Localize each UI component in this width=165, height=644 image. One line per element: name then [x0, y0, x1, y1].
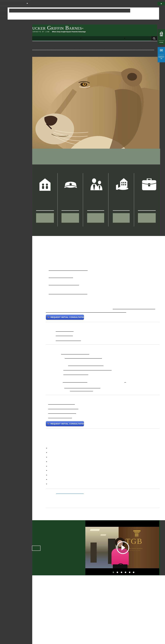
text-link[interactable] — [49, 278, 73, 278]
section-divider — [46, 322, 159, 322]
family-law-icon — [40, 178, 51, 191]
list-bullet — [46, 475, 47, 476]
text-link[interactable] — [49, 270, 88, 271]
star-icon: ★ — [160, 2, 162, 5]
dotted-separator — [33, 50, 154, 50]
text-link[interactable] — [63, 382, 87, 382]
cta-topline — [36, 210, 54, 211]
text-link[interactable] — [68, 366, 103, 366]
carousel-dot[interactable] — [129, 572, 130, 573]
text-link[interactable] — [48, 418, 72, 418]
carousel-dot[interactable] — [117, 572, 118, 573]
section-divider — [46, 395, 159, 395]
text-link[interactable] — [49, 285, 79, 285]
play-button[interactable] — [116, 541, 129, 554]
video-wall-caption: Tucker Griffin Barnes — [126, 548, 152, 549]
criminal-law-icon — [64, 180, 77, 190]
practice-areas-section — [32, 164, 160, 236]
carousel-dot[interactable] — [121, 572, 122, 573]
text-link[interactable] — [56, 341, 81, 341]
video-wall-subcaption: Attorneys at Law — [128, 550, 154, 551]
main-nav: ▼ ▼ — [32, 36, 157, 41]
chevron-down-icon: ▼ — [124, 38, 125, 39]
video-wall-logo: TGB — [125, 537, 151, 546]
practice-cta-button[interactable] — [36, 213, 54, 223]
text-link[interactable] — [48, 404, 75, 404]
text-link[interactable] — [48, 409, 78, 409]
text-link[interactable] — [70, 391, 93, 391]
list-bullet — [46, 470, 47, 471]
nav-search-button[interactable] — [151, 36, 157, 41]
section-divider — [46, 428, 159, 429]
arrow-swirl-icon: ↪ — [47, 422, 50, 425]
video-prev-button[interactable] — [32, 546, 41, 551]
carousel-dot[interactable] — [125, 572, 126, 573]
tgb-pillar-icon — [133, 530, 140, 532]
text-link[interactable] — [61, 354, 89, 354]
text-link[interactable] — [64, 388, 100, 388]
article-section — [32, 236, 165, 520]
nav-item-dropdown[interactable]: ▼ — [115, 36, 135, 41]
logo-subtitle: ATTORNEYS AT LAW — [32, 31, 50, 32]
text-link[interactable] — [63, 375, 88, 375]
text-link[interactable] — [65, 358, 102, 358]
video-player[interactable]: TGB Tucker Griffin Barnes Attorneys at L… — [85, 520, 159, 575]
drawer-item[interactable]: ▶ — [0, 1, 30, 6]
carousel-dot[interactable] — [133, 572, 134, 573]
tgb-pillar-icon — [134, 532, 139, 533]
text-link[interactable] — [63, 370, 111, 370]
list-bullet — [46, 448, 47, 448]
practice-cta-button[interactable] — [62, 213, 79, 223]
section-divider — [46, 508, 159, 508]
text-link[interactable] — [113, 309, 155, 309]
floating-star-badge[interactable]: ★ — [157, 2, 165, 6]
text-link[interactable] — [124, 382, 126, 382]
home-icon — [159, 31, 163, 37]
text-link-blue[interactable] — [56, 494, 84, 494]
cta-topline — [138, 210, 156, 211]
floating-home-button[interactable]: HOME — [158, 29, 165, 45]
nav-item-dropdown[interactable]: ▼ — [71, 36, 92, 41]
site-header: Tucker Griffin BarnesPC ATTORNEYS AT LAW… — [32, 24, 157, 36]
text-link[interactable] — [49, 294, 87, 294]
button-separator — [159, 40, 164, 41]
text-link[interactable] — [56, 336, 73, 336]
column-divider — [108, 173, 108, 226]
request-consultation-button[interactable]: ↪ REQUEST INITIAL CONSULTATION — [46, 421, 84, 426]
logo-tagline: Where Deep Insight Equals Powerful Advan… — [52, 31, 86, 32]
page-root: ▶ Tucker Griffin BarnesPC ATTORNEYS AT L… — [0, 0, 165, 644]
cta-topline — [113, 210, 130, 211]
floating-contact-button[interactable]: ✉ CONTACT US — [158, 47, 165, 62]
request-consultation-button[interactable]: ↪ REQUEST INITIAL CONSULTATION — [46, 315, 84, 320]
home-label: HOME — [158, 42, 165, 43]
cta-topline — [87, 210, 104, 211]
reviews-section — [32, 575, 165, 644]
contact-label: CONTACT US — [158, 56, 164, 60]
hero-image-lion — [32, 57, 159, 149]
text-link[interactable] — [46, 312, 126, 312]
attorneys-icon — [90, 178, 103, 191]
real-estate-icon — [116, 178, 129, 191]
search-input[interactable] — [9, 9, 130, 12]
text-link[interactable] — [56, 332, 73, 332]
list-bullet — [46, 452, 47, 453]
practice-cta-button[interactable] — [87, 213, 104, 223]
search-icon-handle — [154, 39, 155, 40]
sage-band — [32, 149, 160, 164]
video-carousel-dots — [113, 571, 134, 574]
carousel-dot-active[interactable] — [113, 572, 114, 573]
text-link[interactable] — [48, 414, 76, 414]
chevron-down-icon: ▼ — [80, 38, 81, 39]
list-bullet — [46, 461, 47, 462]
cta-topline — [62, 210, 79, 211]
list-bullet — [46, 457, 47, 458]
arrow-swirl-icon: ↪ — [47, 316, 50, 319]
envelope-icon: ✉ — [158, 48, 165, 52]
nav-underline — [32, 41, 157, 41]
column-divider — [83, 173, 83, 226]
practice-cta-button[interactable] — [138, 213, 156, 223]
site-logo[interactable]: Tucker Griffin BarnesPC — [32, 25, 157, 31]
practice-cta-button[interactable] — [113, 213, 130, 223]
video-section: TGB Tucker Griffin Barnes Attorneys at L… — [32, 520, 160, 575]
presenter-belt — [118, 563, 123, 568]
